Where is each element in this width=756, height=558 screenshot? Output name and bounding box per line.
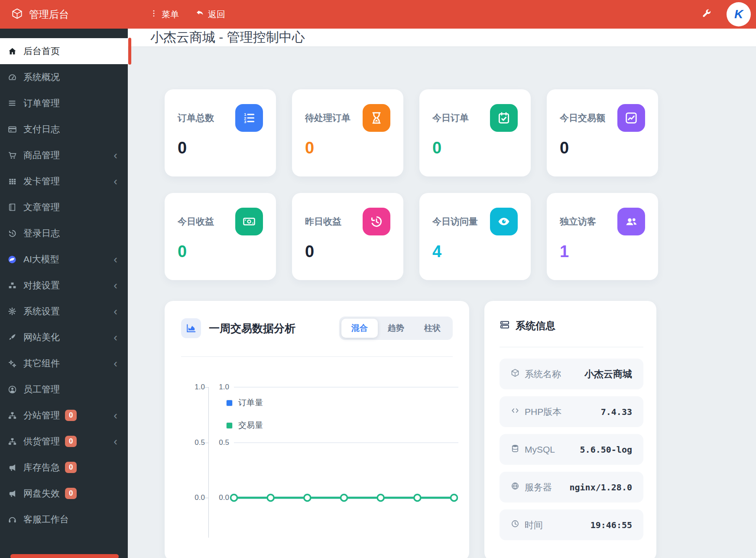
sidebar-item-system-settings[interactable]: 系统设置 ‹ [0, 298, 128, 324]
page-title-bar: 小杰云商城 - 管理控制中心 [128, 29, 756, 46]
back-button[interactable]: 返回 [195, 9, 225, 20]
bullhorn-icon [7, 488, 17, 499]
y-axis-tick: 1.0 [181, 382, 205, 392]
chevron-left-icon: ‹ [114, 151, 117, 160]
sidebar-item-site-beautify[interactable]: 网站美化 ‹ [0, 324, 128, 350]
sidebar-item-integration-settings[interactable]: 对接设置 ‹ [0, 272, 128, 298]
sidebar-item-support-workbench[interactable]: 客服工作台 [0, 506, 128, 532]
sidebar-item-other-components[interactable]: 其它组件 ‹ [0, 350, 128, 376]
chart-line-icon [617, 104, 645, 132]
menu-toggle-button[interactable]: 菜单 [149, 9, 179, 20]
calendar-check-icon [490, 104, 518, 132]
weekly-chart-panel: 一周交易数据分析 混合 趋势 柱状 1.0 0.5 0.0 1.0 0.5 [165, 301, 469, 558]
chart-title: 一周交易数据分析 [209, 321, 295, 336]
sidebar-horizontal-scrollbar[interactable] [10, 554, 119, 558]
sidebar-item-articles[interactable]: 文章管理 [0, 194, 128, 220]
system-info-title: 系统信息 [516, 319, 555, 333]
sidebar-item-stock-alert[interactable]: 库存告急 0 [0, 454, 128, 480]
grid-icon [7, 176, 17, 186]
legend-swatch [226, 422, 233, 429]
y-axis-tick: 0.0 [214, 493, 229, 503]
bullhorn-icon [7, 462, 17, 473]
history-icon [363, 208, 390, 235]
stat-card-total-orders: 订单总数 123 0 [165, 89, 276, 176]
sitemap-icon [7, 436, 17, 447]
history-icon [7, 228, 17, 238]
y-axis-tick: 0.5 [181, 438, 205, 447]
ordered-list-icon: 123 [235, 104, 263, 132]
sidebar-item-suppliers[interactable]: 供货管理 0 ‹ [0, 428, 128, 454]
y-axis-tick: 1.0 [214, 382, 229, 392]
sidebar-item-ai-models[interactable]: AI大模型 ‹ [0, 246, 128, 272]
chevron-left-icon: ‹ [114, 359, 117, 368]
stat-card-today-earnings: 今日收益 0 [165, 193, 276, 280]
system-row-mysql: MySQL 5.6.50-log [500, 434, 643, 465]
sitemap-icon [7, 410, 17, 421]
chevron-left-icon: ‹ [114, 437, 117, 446]
legend-item-transactions[interactable]: 交易量 [226, 420, 263, 431]
area-chart-icon [181, 318, 201, 338]
gears-icon [7, 358, 17, 369]
sidebar-item-home[interactable]: 后台首页 [0, 38, 128, 64]
database-icon [511, 444, 519, 455]
hourglass-icon [363, 104, 390, 132]
wrench-icon[interactable] [701, 8, 712, 20]
user-circle-icon [7, 384, 17, 395]
tab-bar[interactable]: 柱状 [414, 319, 451, 338]
system-row-php: PHP版本 7.4.33 [500, 396, 643, 427]
app-title: 管理后台 [29, 8, 69, 21]
sidebar-item-login-logs[interactable]: 登录日志 [0, 220, 128, 246]
cube-logo-icon [11, 8, 23, 21]
avatar[interactable]: K [727, 2, 751, 26]
chevron-left-icon: ‹ [114, 255, 117, 264]
sidebar-item-card-issuing[interactable]: 发卡管理 ‹ [0, 168, 128, 194]
users-icon [617, 208, 645, 235]
money-bill-icon [235, 208, 263, 235]
gauge-icon [7, 72, 17, 82]
legend-item-orders[interactable]: 订单量 [226, 397, 263, 408]
headset-icon [7, 514, 17, 525]
sidebar-item-staff[interactable]: 员工管理 [0, 376, 128, 402]
paint-brush-icon [7, 332, 17, 343]
chart-legend: 订单量 交易量 [226, 397, 263, 431]
y-axis-tick: 0.0 [181, 493, 205, 503]
count-badge: 0 [65, 488, 77, 499]
ai-whale-icon [7, 254, 17, 264]
sidebar-item-netdisk-invalid[interactable]: 网盘失效 0 [0, 480, 128, 506]
chevron-left-icon: ‹ [114, 411, 117, 420]
eye-icon [490, 208, 518, 235]
sidebar-item-overview[interactable]: 系统概况 [0, 64, 128, 90]
globe-icon [511, 482, 519, 493]
system-row-server: 服务器 nginx/1.28.0 [500, 472, 643, 503]
book-icon [7, 202, 17, 212]
stat-card-today-turnover: 今日交易额 0 [547, 89, 658, 176]
count-badge: 0 [65, 436, 77, 447]
count-badge: 0 [65, 462, 77, 473]
tab-trend[interactable]: 趋势 [378, 319, 414, 338]
app-logo[interactable]: 管理后台 [0, 8, 128, 21]
chevron-left-icon: ‹ [114, 333, 117, 342]
code-icon [511, 406, 519, 417]
system-row-name: 系统名称 小杰云商城 [500, 359, 643, 389]
y-axis-tick: 0.5 [214, 438, 229, 447]
stat-card-yesterday-earnings: 昨日收益 0 [292, 193, 403, 280]
svg-text:3: 3 [244, 120, 246, 124]
page-title: 小杰云商城 - 管理控制中心 [150, 29, 305, 46]
sidebar-item-payment-logs[interactable]: 支付日志 [0, 116, 128, 142]
stat-card-today-visits: 今日访问量 4 [419, 193, 531, 280]
clock-icon [511, 519, 519, 530]
sidebar-item-products[interactable]: 商品管理 ‹ [0, 142, 128, 168]
list-icon [7, 98, 17, 108]
sidebar-item-substations[interactable]: 分站管理 0 ‹ [0, 402, 128, 428]
sidebar-item-orders[interactable]: 订单管理 [0, 90, 128, 116]
cart-icon [7, 150, 17, 160]
sidebar-vertical-scrollbar[interactable] [128, 38, 131, 65]
chart-mode-tabs: 混合 趋势 柱状 [339, 317, 453, 340]
cubes-icon [7, 280, 17, 290]
y-axis-line [208, 387, 209, 538]
cube-icon [511, 369, 519, 379]
sidebar: 后台首页 系统概况 订单管理 支付日志 商品管理 ‹ 发卡管理 ‹ 文章管理 [0, 29, 128, 558]
tab-mixed[interactable]: 混合 [341, 319, 378, 338]
credit-card-icon [7, 124, 17, 134]
chevron-left-icon: ‹ [114, 307, 117, 316]
